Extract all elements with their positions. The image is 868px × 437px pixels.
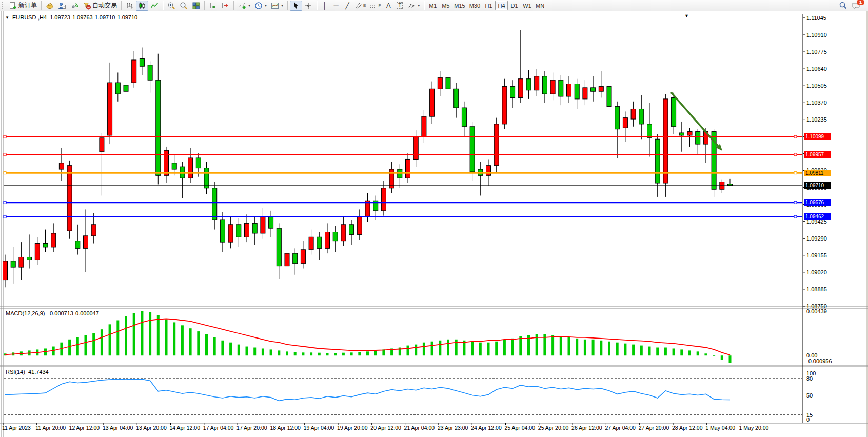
search-button[interactable] [837,1,850,11]
candle-body[interactable] [502,86,507,124]
line-anchor[interactable] [4,153,6,156]
candle-body[interactable] [591,88,596,91]
candle-body[interactable] [115,83,120,94]
auto-scroll-button[interactable] [207,1,219,11]
candle-body[interactable] [550,80,555,94]
timeframe-d1[interactable]: D1 [508,1,521,10]
timeframe-m1[interactable]: M1 [426,1,439,10]
zoom-out-button[interactable] [177,1,190,11]
timeframe-h4[interactable]: H4 [495,1,508,10]
market-watch-button[interactable] [44,1,56,11]
timeframe-m5[interactable]: M5 [439,1,452,10]
candle-body[interactable] [389,169,394,188]
candle-body[interactable] [59,163,64,169]
candle-body[interactable] [687,132,692,135]
candle-body[interactable] [639,109,644,124]
chat-button[interactable]: 1 [850,1,863,11]
candlestick-chart[interactable] [0,11,868,437]
candle-body[interactable] [140,59,144,67]
line-chart-button[interactable] [148,1,161,11]
symbol-dropdown-icon[interactable]: ▼ [5,15,9,20]
candle-body[interactable] [27,257,32,260]
candle-body[interactable] [285,253,289,266]
fibonacci-tool-button[interactable]: F [368,1,383,11]
candle-body[interactable] [100,138,104,152]
candle-body[interactable] [277,228,281,266]
candle-body[interactable] [542,76,547,94]
line-anchor[interactable] [794,172,797,174]
candle-body[interactable] [124,85,128,91]
candle-body[interactable] [446,77,450,89]
candle-body[interactable] [647,124,652,138]
candle-body[interactable] [413,136,418,159]
chart-window[interactable]: ▼ EURUSD-,H4 1.09723 1.09763 1.09710 1.0… [0,11,868,437]
candle-body[interactable] [84,236,88,248]
candle-body[interactable] [696,132,700,144]
line-anchor[interactable] [4,135,6,138]
candle-body[interactable] [454,89,459,108]
candle-body[interactable] [301,250,305,264]
arrows-tool-button[interactable]: ▾ [405,1,422,11]
candle-body[interactable] [623,118,627,128]
candle-body[interactable] [132,60,136,83]
line-anchor[interactable] [4,172,6,174]
cursor-tool-button[interactable] [290,1,302,11]
candlestick-chart-button[interactable] [136,1,148,11]
candle-body[interactable] [212,188,217,220]
candle-body[interactable] [526,79,531,90]
vertical-line-tool-button[interactable]: │ [319,1,330,11]
candle-body[interactable] [438,77,442,89]
candle-body[interactable] [269,217,273,228]
candle-body[interactable] [188,158,193,178]
candle-body[interactable] [261,217,265,233]
text-tool-button[interactable]: A [383,1,394,11]
new-order-button[interactable]: 新订单 [7,1,39,11]
zoom-in-button[interactable] [165,1,177,11]
candle-body[interactable] [567,84,571,96]
timeframe-m15[interactable]: M15 [452,1,467,10]
line-anchor[interactable] [4,201,6,204]
candle-body[interactable] [486,166,491,176]
indicators-button[interactable]: ▾ [236,1,252,11]
candle-body[interactable] [494,124,499,166]
trendline-tool-button[interactable]: ╱ [342,1,353,11]
candle-body[interactable] [43,244,48,247]
candle-body[interactable] [341,225,346,241]
candle-body[interactable] [108,83,112,135]
candle-body[interactable] [333,232,338,241]
candle-body[interactable] [325,232,330,249]
candle-body[interactable] [3,261,8,280]
candle-body[interactable] [599,86,603,91]
candle-body[interactable] [204,168,209,188]
signals-button[interactable] [68,1,81,11]
candle-body[interactable] [422,116,426,136]
candle-body[interactable] [317,237,322,248]
periods-button[interactable]: ▾ [252,1,269,11]
candle-body[interactable] [357,217,362,234]
candle-body[interactable] [91,225,96,236]
candle-body[interactable] [672,97,676,126]
profile-button[interactable] [56,1,68,11]
candle-body[interactable] [236,225,241,237]
candle-body[interactable] [293,253,298,264]
candle-body[interactable] [518,79,523,98]
candle-body[interactable] [583,88,587,99]
chart-shift-marker[interactable]: ▼ [684,13,689,18]
candle-body[interactable] [220,220,225,242]
label-tool-button[interactable]: T [394,1,405,11]
line-anchor[interactable] [794,153,797,156]
bar-chart-button[interactable] [124,1,136,11]
line-anchor[interactable] [794,135,797,138]
candle-body[interactable] [349,225,354,235]
line-anchor[interactable] [794,215,797,218]
candle-body[interactable] [535,76,539,90]
candle-body[interactable] [631,109,636,119]
templates-button[interactable]: ▾ [269,1,285,11]
line-anchor[interactable] [794,201,797,204]
tile-windows-button[interactable] [190,1,202,11]
line-anchor[interactable] [4,215,6,218]
candle-body[interactable] [172,163,176,169]
candle-body[interactable] [559,80,563,96]
timeframe-w1[interactable]: W1 [521,1,534,10]
horizontal-line-tool-button[interactable]: ─ [330,1,342,11]
